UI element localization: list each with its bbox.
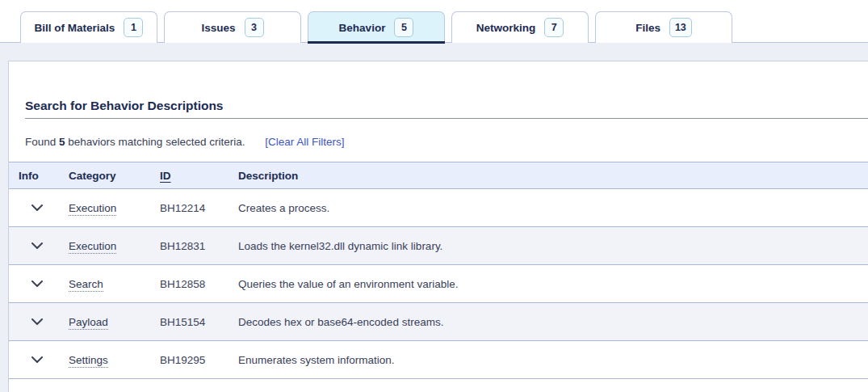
behavior-panel-card: Search for Behavior Descriptions Found 5…	[8, 61, 868, 392]
behavior-panel-background: Search for Behavior Descriptions Found 5…	[0, 43, 868, 392]
tab-count-badge: 7	[544, 18, 564, 37]
expand-row-button[interactable]	[27, 273, 48, 294]
behavior-id: BH19295	[153, 341, 232, 379]
clear-all-filters-link[interactable]: [Clear All Filters]	[265, 136, 344, 148]
tab-networking[interactable]: Networking 7	[451, 11, 589, 43]
column-header-description: Description	[232, 162, 868, 189]
behavior-id: BH12858	[153, 265, 232, 303]
category-link[interactable]: Execution	[69, 240, 116, 254]
behavior-id: BH15154	[153, 303, 232, 341]
expand-row-button[interactable]	[27, 197, 48, 218]
category-link[interactable]: Execution	[69, 202, 116, 216]
expand-row-button[interactable]	[27, 349, 48, 370]
category-link[interactable]: Payload	[69, 316, 108, 330]
tab-count-badge: 1	[124, 18, 143, 37]
category-link[interactable]: Search	[69, 278, 103, 292]
behaviors-table: Info Category ID Description Execution B…	[9, 162, 868, 379]
table-header-row: Info Category ID Description	[9, 162, 868, 189]
results-summary: Found 5 behaviors matching selected crit…	[25, 136, 868, 148]
chevron-down-icon	[31, 318, 43, 325]
tab-count-badge: 3	[245, 18, 264, 37]
tab-label: Bill of Materials	[35, 22, 115, 34]
column-header-id[interactable]: ID	[153, 162, 232, 189]
chevron-down-icon	[31, 242, 43, 249]
expand-row-button[interactable]	[27, 311, 48, 332]
table-row: Settings BH19295 Enumerates system infor…	[9, 341, 868, 379]
summary-prefix: Found	[25, 136, 56, 148]
expand-row-button[interactable]	[27, 235, 48, 256]
column-header-category: Category	[61, 162, 153, 189]
summary-suffix: behaviors matching selected criteria.	[65, 136, 245, 148]
results-count: 5	[59, 136, 65, 148]
behavior-description: Queries the value of an environment vari…	[232, 265, 868, 303]
behavior-id: BH12831	[153, 227, 232, 265]
tab-files[interactable]: Files 13	[595, 11, 732, 43]
tab-issues[interactable]: Issues 3	[164, 11, 301, 43]
behavior-description: Enumerates system information.	[232, 341, 868, 379]
section-heading: Search for Behavior Descriptions	[25, 99, 868, 119]
behavior-description: Decodes hex or base64-encoded streams.	[232, 303, 868, 341]
tab-behavior[interactable]: Behavior 5	[308, 11, 445, 43]
chevron-down-icon	[31, 356, 43, 363]
chevron-down-icon	[31, 204, 43, 211]
tab-count-badge: 5	[394, 18, 413, 37]
chevron-down-icon	[31, 280, 43, 287]
tab-bar: Bill of Materials 1 Issues 3 Behavior 5 …	[0, 0, 868, 43]
tab-label: Networking	[476, 22, 536, 34]
behavior-id: BH12214	[153, 189, 232, 227]
behavior-description: Loads the kernel32.dll dynamic link libr…	[232, 227, 868, 265]
tab-label: Files	[635, 22, 660, 34]
table-row: Search BH12858 Queries the value of an e…	[9, 265, 868, 303]
tab-bill-of-materials[interactable]: Bill of Materials 1	[20, 11, 157, 43]
tab-label: Issues	[201, 22, 235, 34]
behavior-description: Creates a process.	[232, 189, 868, 227]
table-row: Execution BH12214 Creates a process.	[9, 189, 868, 227]
tab-count-badge: 13	[669, 18, 692, 37]
category-link[interactable]: Settings	[69, 354, 108, 368]
table-row: Execution BH12831 Loads the kernel32.dll…	[9, 227, 868, 265]
table-row: Payload BH15154 Decodes hex or base64-en…	[9, 303, 868, 341]
tab-label: Behavior	[339, 22, 386, 34]
column-header-info: Info	[9, 162, 61, 189]
